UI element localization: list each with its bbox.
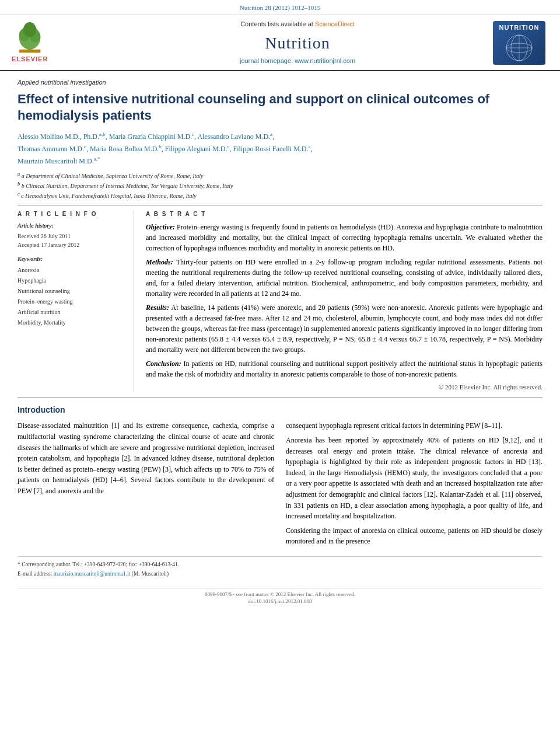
article-content: Applied nutritional investigation Effect… [0,71,560,611]
intro-right-para-1: consequent hypophagia represent critical… [286,420,542,431]
keywords-section: Keywords: Anorexia Hypophagia Nutritiona… [18,255,124,328]
homepage-label: journal homepage: [240,57,293,64]
issn-text: 0899-9007/$ - see front matter © 2012 El… [18,591,542,598]
homepage-url[interactable]: www.nutritionjrnl.com [295,57,355,64]
history-label: Article history: [18,222,124,230]
article-history: Article history: Received 26 July 2011 A… [18,222,124,249]
body-left-column: Disease-associated malnutrition [1] and … [18,420,274,550]
journal-reference: Nutrition 28 (2012) 1012–1015 [240,4,320,11]
intro-right-para-2: Anorexia has been reported by approximat… [286,435,542,522]
results-text: At baseline, 14 patients (41%) were anor… [146,304,542,354]
received-date: Received 26 July 2011 [18,232,124,240]
results-label: Results: [146,304,169,312]
authors: Alessio Molfino M.D., Ph.D.a,b, Maria Gr… [18,130,542,168]
abstract-results: Results: At baseline, 14 patients (41%) … [146,302,542,355]
elsevier-text: ELSEVIER [12,55,48,64]
svg-point-4 [23,22,36,37]
keywords-label: Keywords: [18,255,124,263]
abstract-heading: A B S T R A C T [146,210,542,218]
elsevier-tree-icon [12,22,47,54]
elsevier-logo: ELSEVIER [12,22,48,64]
body-right-column: consequent hypophagia represent critical… [286,420,542,550]
abstract-column: A B S T R A C T Objective: Protein–energ… [146,210,542,392]
introduction-heading: Introduction [18,405,542,416]
article-info-column: A R T I C L E I N F O Article history: R… [18,210,134,392]
journal-homepage: journal homepage: www.nutritionjrnl.com [240,57,355,65]
affiliations: a a Department of Clinical Medicine, Sap… [18,171,542,201]
affiliation-c: c c Hemodialysis Unit, Fatebenefratelli … [18,191,542,200]
top-reference-bar: Nutrition 28 (2012) 1012–1015 [0,0,560,15]
journal-header: ELSEVIER Contents lists available at Sci… [0,15,560,71]
journal-title: Nutrition [265,32,330,54]
corresponding-text: * Corresponding author. Tel.: +390-649-9… [18,562,179,567]
email-note: E-mail address: maurizio.muscaritoli@uni… [18,570,542,578]
sciencedirect-text: Contents lists available at ScienceDirec… [240,20,355,29]
section-divider [18,397,542,398]
corresponding-author-note: * Corresponding author. Tel.: +390-649-9… [18,560,542,569]
keyword-item: Artificial nutrition [18,307,124,318]
methods-label: Methods: [146,258,173,266]
affiliation-a: a a Department of Clinical Medicine, Sap… [18,171,542,180]
doi-text: doi:10.1016/j.nut.2012.01.008 [18,598,542,605]
methods-text: Thirty-four patients on HD were enrolled… [146,258,542,298]
journal-badge-area: NUTRITION [490,20,548,65]
badge-text: NUTRITION [499,23,540,32]
accepted-date: Accepted 17 January 2012 [18,240,124,249]
introduction-section: Introduction Disease-associated malnutri… [18,405,542,550]
keyword-item: Protein–energy wasting [18,297,124,307]
keyword-item: Nutritional counseling [18,286,124,297]
email-person: (M. Muscaritoli) [132,571,169,577]
globe-icon [505,33,534,62]
keyword-item: Morbidity, Mortality [18,318,124,328]
email-label: E-mail address: [18,571,52,577]
article-title: Effect of intensive nutritional counseli… [18,91,542,124]
abstract-copyright: © 2012 Elsevier Inc. All rights reserved… [146,383,542,392]
body-columns: Disease-associated malnutrition [1] and … [18,420,542,550]
conclusion-label: Conclusion: [146,360,181,368]
abstract-conclusion: Conclusion: In patients on HD, nutrition… [146,358,542,379]
publisher-logo-area: ELSEVIER [12,20,105,65]
abstract-methods: Methods: Thirty-four patients on HD were… [146,257,542,299]
intro-para-1: Disease-associated malnutrition [1] and … [18,420,274,496]
email-address[interactable]: maurizio.muscaritoli@uniroma1.it [54,571,131,577]
nutrition-badge: NUTRITION [493,21,545,65]
conclusion-text: In patients on HD, nutritional counselin… [146,360,542,378]
divider [18,205,542,205]
objective-text: Protein–energy wasting is frequently fou… [146,223,542,252]
article-info-heading: A R T I C L E I N F O [18,210,124,218]
journal-header-center: Contents lists available at ScienceDirec… [105,20,490,65]
keyword-item: Hypophagia [18,276,124,286]
objective-label: Objective: [146,223,175,231]
page-footer: 0899-9007/$ - see front matter © 2012 El… [18,588,542,605]
affiliation-b: b b Clinical Nutrition, Department of In… [18,181,542,190]
info-abstract-columns: A R T I C L E I N F O Article history: R… [18,210,542,392]
abstract-objective: Objective: Protein–energy wasting is fre… [146,222,542,253]
intro-right-para-3: Considering the impact of anorexia on cl… [286,525,542,547]
sciencedirect-link[interactable]: ScienceDirect [315,20,355,27]
article-type: Applied nutritional investigation [18,78,542,87]
svg-rect-5 [19,50,41,53]
article-footer: * Corresponding author. Tel.: +390-649-9… [18,556,542,578]
keywords-list: Anorexia Hypophagia Nutritional counseli… [18,265,124,328]
keyword-item: Anorexia [18,265,124,276]
page: Nutrition 28 (2012) 1012–1015 ELSEVIER [0,0,560,611]
